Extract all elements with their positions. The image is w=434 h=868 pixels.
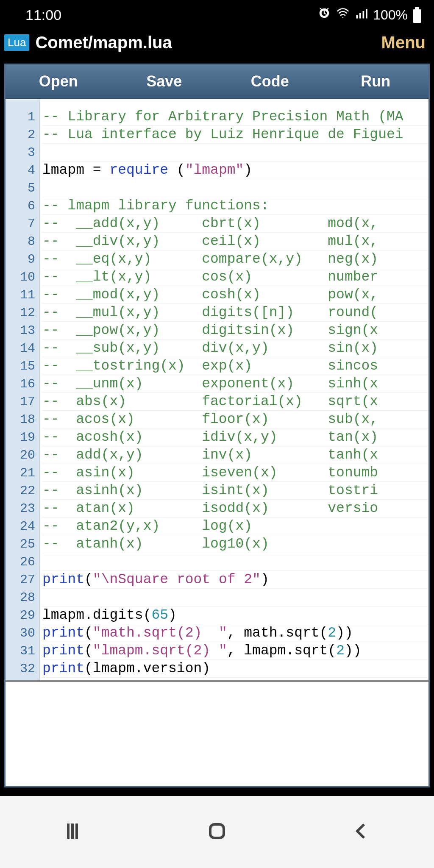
code-line[interactable]: print("math.sqrt(2) ", math.sqrt(2)) [42, 624, 428, 642]
open-button[interactable]: Open [6, 72, 111, 90]
code-line[interactable]: -- atan2(y,x) log(x) [42, 517, 428, 535]
code-line[interactable]: -- __add(x,y) cbrt(x) mod(x, [42, 215, 428, 233]
svg-rect-0 [356, 15, 358, 19]
code-line[interactable] [42, 179, 428, 197]
app-title: Comet/mapm.lua [35, 33, 172, 52]
editor-frame: Open Save Code Run 123456789101112131415… [4, 64, 430, 787]
code-line[interactable]: lmapm.digits(65) [42, 606, 428, 624]
lua-badge: Lua [4, 34, 29, 51]
code-line[interactable]: -- acos(x) floor(x) sub(x, [42, 411, 428, 428]
code-line[interactable]: -- __mod(x,y) cosh(x) pow(x, [42, 286, 428, 304]
save-button[interactable]: Save [111, 72, 217, 90]
run-button[interactable]: Run [323, 72, 429, 90]
status-time: 11:00 [25, 7, 61, 23]
code-line[interactable]: -- add(x,y) inv(x) tanh(x [42, 446, 428, 464]
code-line[interactable]: -- abs(x) factorial(x) sqrt(x [42, 393, 428, 411]
line-number: 1 [6, 108, 35, 126]
line-number: 24 [6, 517, 35, 535]
status-right: 100% [318, 7, 421, 23]
line-number: 2 [6, 126, 35, 144]
line-number: 15 [6, 357, 35, 375]
line-number: 25 [6, 535, 35, 553]
code-line[interactable] [42, 589, 428, 606]
line-number: 20 [6, 446, 35, 464]
line-number: 31 [6, 642, 35, 660]
line-number: 27 [6, 571, 35, 589]
code-line[interactable]: print("lmapm.sqrt(2) ", lmapm.sqrt(2)) [42, 642, 428, 660]
code-line[interactable] [42, 144, 428, 161]
back-button[interactable] [351, 821, 372, 843]
code-line[interactable]: -- acosh(x) idiv(x,y) tan(x) [42, 428, 428, 446]
code-line[interactable]: -- __eq(x,y) compare(x,y) neg(x) [42, 250, 428, 268]
code-line[interactable]: -- Lua interface by Luiz Henrique de Fig… [42, 126, 428, 144]
code-line[interactable]: -- __pow(x,y) digitsin(x) sign(x [42, 322, 428, 339]
line-number: 23 [6, 500, 35, 517]
code-line[interactable] [42, 553, 428, 571]
recent-apps-button[interactable] [62, 821, 83, 843]
svg-rect-3 [366, 9, 367, 19]
code-line[interactable]: -- __mul(x,y) digits([n]) round( [42, 304, 428, 322]
line-number: 3 [6, 144, 35, 161]
output-pane [6, 680, 428, 786]
svg-rect-7 [210, 824, 224, 838]
code-line[interactable]: -- atan(x) isodd(x) versio [42, 500, 428, 517]
code-line[interactable]: -- asinh(x) isint(x) tostri [42, 482, 428, 500]
menu-button[interactable]: Menu [381, 33, 426, 52]
signal-icon [355, 7, 368, 23]
code-line[interactable]: print("\nSquare root of 2") [42, 571, 428, 589]
code-line[interactable]: -- __lt(x,y) cos(x) number [42, 268, 428, 286]
code-editor[interactable]: -- Library for Arbitrary Precision Math … [39, 100, 428, 680]
code-button[interactable]: Code [217, 72, 323, 90]
app-header: Lua Comet/mapm.lua Menu [0, 30, 434, 55]
home-button[interactable] [207, 821, 227, 843]
line-number: 18 [6, 411, 35, 428]
code-line[interactable]: -- Library for Arbitrary Precision Math … [42, 108, 428, 126]
line-number: 9 [6, 250, 35, 268]
line-number: 6 [6, 197, 35, 215]
code-line[interactable]: print(lmapm.version) [42, 660, 428, 678]
code-line[interactable]: -- __tostring(x) exp(x) sincos [42, 357, 428, 375]
code-line[interactable]: -- __unm(x) exponent(x) sinh(x [42, 375, 428, 393]
line-number: 12 [6, 304, 35, 322]
line-number: 16 [6, 375, 35, 393]
line-number: 17 [6, 393, 35, 411]
line-number: 19 [6, 428, 35, 446]
code-line[interactable]: -- __sub(x,y) div(x,y) sin(x) [42, 339, 428, 357]
code-area: 1234567891011121314151617181920212223242… [6, 100, 428, 786]
code-line[interactable]: lmapm = require ("lmapm") [42, 161, 428, 179]
status-bar: 11:00 100% [0, 0, 434, 30]
line-number: 11 [6, 286, 35, 304]
line-number: 14 [6, 339, 35, 357]
wifi-icon [336, 7, 350, 23]
alarm-icon [318, 7, 331, 23]
code-line[interactable]: -- atanh(x) log10(x) [42, 535, 428, 553]
line-number: 4 [6, 161, 35, 179]
line-number: 32 [6, 660, 35, 678]
nav-bar [0, 796, 434, 868]
toolbar: Open Save Code Run [6, 65, 428, 99]
line-gutter: 1234567891011121314151617181920212223242… [6, 100, 39, 680]
code-line[interactable]: -- lmapm library functions: [42, 197, 428, 215]
code-line[interactable]: -- asin(x) iseven(x) tonumb [42, 464, 428, 482]
svg-rect-2 [363, 11, 364, 19]
line-number: 10 [6, 268, 35, 286]
line-number: 21 [6, 464, 35, 482]
line-number: 22 [6, 482, 35, 500]
line-number: 26 [6, 553, 35, 571]
line-number: 29 [6, 606, 35, 624]
code-line[interactable]: -- __div(x,y) ceil(x) mul(x, [42, 233, 428, 250]
line-number: 7 [6, 215, 35, 233]
line-number: 30 [6, 624, 35, 642]
line-number: 13 [6, 322, 35, 339]
battery-icon [413, 7, 421, 23]
line-number: 28 [6, 589, 35, 606]
svg-rect-1 [359, 13, 361, 19]
line-number: 5 [6, 179, 35, 197]
battery-pct: 100% [373, 7, 408, 23]
line-number: 8 [6, 233, 35, 250]
